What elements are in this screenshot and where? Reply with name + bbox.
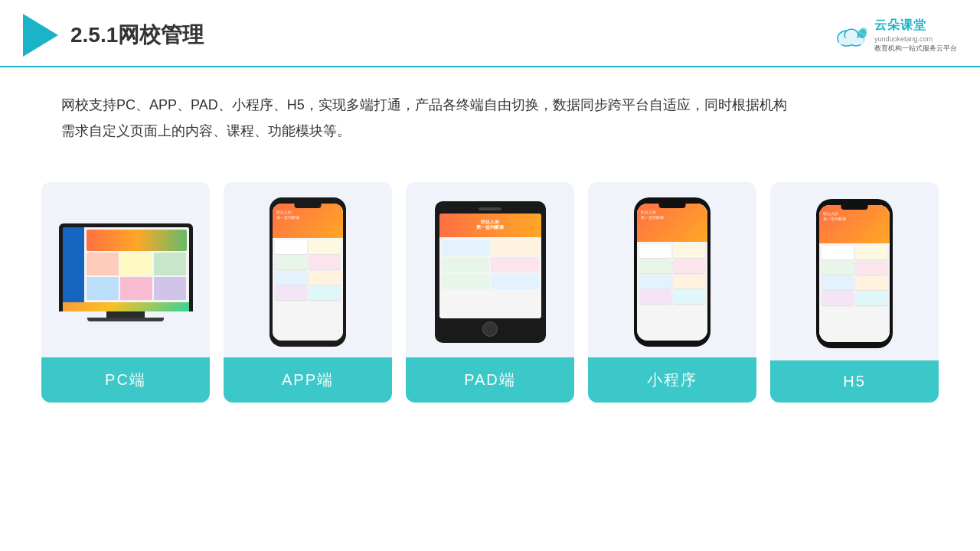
card-mini-label: 小程序 [588,357,756,403]
card-pad: 职达人的第一堂判断课 [406,182,574,403]
card-mini-image: 职达人的第一堂判断课 [588,182,756,357]
description-line1: 网校支持PC、APP、PAD、小程序、H5，实现多端打通，产品各终端自由切换，数… [61,92,919,118]
brand-url: yunduoketang.com [874,34,957,44]
h5-phone-notch [841,205,868,210]
tablet-screen: 职达人的第一堂判断课 [439,214,541,318]
mini-phone-notch [659,204,686,208]
brand-name: 云朵课堂 [874,17,957,34]
card-pad-label: PAD端 [406,357,574,403]
app-phone-mockup: 职达人的第一堂判断课 [270,197,346,347]
card-app-label: APP端 [224,357,392,403]
card-app: 职达人的第一堂判断课 [224,182,392,403]
brand-slogan: 教育机构一站式服务云平台 [874,44,957,54]
tablet-outer: 职达人的第一堂判断课 [435,201,546,343]
svg-point-5 [861,28,867,34]
cloud-icon [833,23,870,47]
phone-screen: 职达人的第一堂判断课 [273,204,343,341]
mini-phone-content: 职达人的第一堂判断课 [637,204,707,341]
description-line2: 需求自定义页面上的内容、课程、功能模块等。 [61,118,919,144]
card-h5-image: 职达人的第一堂判断课 [770,182,939,360]
pc-screen-outer [59,223,193,311]
brand-logo: 云朵课堂 yunduoketang.com 教育机构一站式服务云平台 [833,17,957,54]
pad-tablet-mockup: 职达人的第一堂判断课 [429,201,551,343]
phone-notch [295,204,322,208]
tablet-content: 职达人的第一堂判断课 [439,214,541,318]
h5-phone-mockup: 职达人的第一堂判断课 [816,199,893,348]
header-left: 2.5.1网校管理 [23,14,204,57]
phone-content: 职达人的第一堂判断课 [273,204,343,341]
pc-screen-inner [63,227,189,311]
card-app-image: 职达人的第一堂判断课 [224,182,392,357]
brand-text: 云朵课堂 yunduoketang.com 教育机构一站式服务云平台 [874,17,957,54]
svg-rect-3 [839,38,864,44]
tablet-home-button [482,321,498,337]
h5-phone-content: 职达人的第一堂判断课 [819,205,890,342]
h5-phone-screen: 职达人的第一堂判断课 [819,205,890,342]
card-pc-label: PC端 [41,357,210,403]
logo-triangle-icon [23,14,58,57]
pc-mockup [55,223,197,321]
card-pad-image: 职达人的第一堂判断课 [406,182,574,357]
tablet-camera [479,207,501,210]
mini-phone-mockup: 职达人的第一堂判断课 [634,197,710,347]
card-pc-image [41,182,210,357]
card-pc: PC端 [41,182,210,403]
card-h5-label: H5 [770,360,939,403]
card-h5: 职达人的第一堂判断课 [770,182,939,403]
description-text: 网校支持PC、APP、PAD、小程序、H5，实现多端打通，产品各终端自由切换，数… [0,67,980,159]
cards-container: PC端 职达人的第一堂判断课 [0,167,980,425]
header: 2.5.1网校管理 云朵课堂 yunduoketang.com 教育机构一站式服… [0,0,980,67]
card-mini: 职达人的第一堂判断课 [588,182,756,403]
mini-phone-screen: 职达人的第一堂判断课 [637,204,707,341]
page-title: 2.5.1网校管理 [70,21,204,50]
